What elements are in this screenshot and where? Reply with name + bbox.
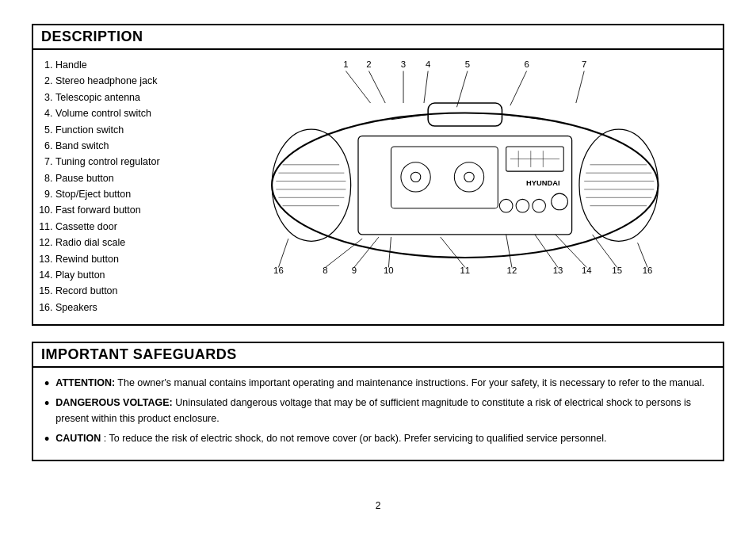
description-item-6: Band switch (55, 139, 216, 154)
svg-line-58 (278, 239, 288, 267)
svg-line-8 (368, 71, 385, 103)
svg-text:14: 14 (582, 266, 592, 275)
svg-text:4: 4 (426, 59, 430, 69)
description-items: HandleStereo headphone jackTelescopic an… (41, 58, 216, 315)
safeguard-bold-attention: ATTENTION: (55, 377, 115, 388)
safeguard-item-voltage: • DANGEROUS VOLTAGE: Uninsulated dangero… (44, 396, 712, 426)
svg-line-11 (456, 71, 467, 108)
description-item-4: Volume control switch (55, 106, 216, 121)
svg-text:5: 5 (465, 59, 470, 69)
description-item-2: Stereo headphone jack (55, 74, 216, 89)
description-item-7: Tuning control regulator (55, 155, 216, 170)
description-item-11: Cassette door (55, 220, 216, 235)
safeguard-bold-voltage: DANGEROUS VOLTAGE: (55, 397, 172, 408)
description-item-13: Rewind button (55, 252, 216, 267)
svg-text:11: 11 (460, 266, 470, 275)
svg-point-34 (401, 162, 430, 192)
bullet-attention: • (44, 376, 49, 391)
svg-line-60 (354, 237, 379, 267)
svg-text:15: 15 (612, 266, 622, 275)
diagram-area: 1 2 3 4 5 6 7 (223, 58, 715, 280)
safeguard-item-attention: • ATTENTION: The owner's manual contains… (44, 376, 712, 391)
svg-point-47 (552, 193, 568, 210)
svg-point-35 (410, 172, 420, 182)
svg-point-36 (454, 162, 483, 192)
svg-line-63 (506, 235, 512, 267)
svg-text:9: 9 (352, 266, 357, 275)
description-title: DESCRIPTION (33, 25, 723, 50)
svg-text:8: 8 (323, 266, 327, 275)
description-item-10: Fast forward button (55, 203, 216, 218)
page-number: 2 (32, 492, 724, 511)
description-item-8: Pause button (55, 171, 216, 186)
svg-point-45 (516, 199, 529, 212)
svg-line-67 (638, 243, 647, 267)
description-item-9: Stop/Eject button (55, 187, 216, 202)
safeguard-text-caution: CAUTION : To reduce the risk of electric… (55, 431, 606, 446)
description-item-5: Function switch (55, 123, 216, 138)
safeguard-text-attention: ATTENTION: The owner's manual contains i… (55, 376, 704, 391)
svg-line-12 (510, 71, 527, 106)
safeguard-text-voltage: DANGEROUS VOLTAGE: Uninsulated dangerous… (55, 396, 712, 426)
page: DESCRIPTION HandleStereo headphone jackT… (0, 0, 756, 535)
svg-text:7: 7 (582, 59, 586, 69)
svg-line-7 (346, 71, 370, 103)
svg-line-59 (326, 239, 363, 267)
svg-line-66 (593, 235, 617, 267)
svg-text:13: 13 (553, 266, 563, 275)
description-item-12: Radio dial scale (55, 235, 216, 250)
svg-point-18 (272, 129, 351, 241)
safeguards-content: • ATTENTION: The owner's manual contains… (33, 368, 723, 460)
description-item-16: Speakers (55, 300, 216, 315)
safeguard-item-caution: • CAUTION : To reduce the risk of electr… (44, 431, 712, 446)
bullet-caution: • (44, 432, 49, 446)
svg-text:HYUNDAI: HYUNDAI (526, 179, 560, 187)
svg-line-65 (556, 235, 586, 267)
svg-rect-33 (391, 147, 498, 208)
description-item-14: Play button (55, 268, 216, 283)
safeguards-title: IMPORTANT SAFEGUARDS (33, 343, 723, 368)
description-item-1: Handle (55, 58, 216, 73)
description-content: HandleStereo headphone jackTelescopic an… (33, 50, 723, 324)
svg-line-10 (424, 71, 428, 103)
bullet-voltage: • (44, 396, 49, 411)
svg-text:3: 3 (401, 59, 406, 69)
description-section: DESCRIPTION HandleStereo headphone jackT… (32, 24, 724, 326)
device-diagram: 1 2 3 4 5 6 7 (223, 58, 715, 280)
svg-point-46 (533, 199, 546, 212)
svg-line-13 (576, 71, 584, 103)
safeguards-section: IMPORTANT SAFEGUARDS • ATTENTION: The ow… (32, 342, 724, 461)
svg-line-62 (441, 237, 465, 267)
svg-text:6: 6 (524, 59, 529, 69)
svg-text:1: 1 (343, 59, 348, 69)
description-list: HandleStereo headphone jackTelescopic an… (41, 58, 216, 316)
svg-point-25 (579, 129, 659, 241)
description-item-15: Record button (55, 284, 216, 299)
svg-point-44 (499, 199, 513, 212)
safeguard-bold-caution: CAUTION (55, 433, 101, 444)
description-item-3: Telescopic antenna (55, 90, 216, 105)
svg-rect-15 (428, 103, 502, 126)
safeguard-detail-attention: The owner's manual contains important op… (117, 377, 704, 388)
svg-line-17 (502, 115, 543, 120)
safeguard-detail-caution: : To reduce the risk of electric shock, … (104, 433, 607, 444)
svg-point-14 (272, 113, 658, 258)
svg-text:2: 2 (366, 59, 371, 69)
svg-point-37 (464, 172, 474, 182)
svg-line-64 (535, 235, 558, 267)
